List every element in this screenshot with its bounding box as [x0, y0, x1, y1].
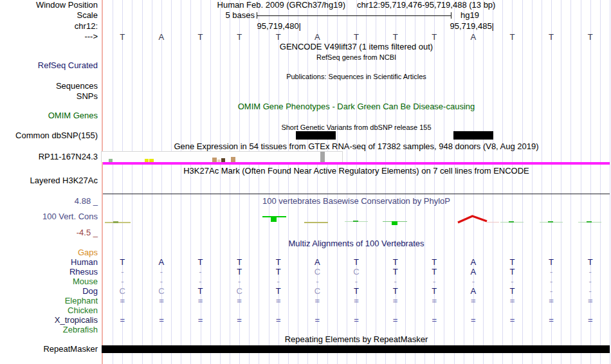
alignment-cell: T	[504, 257, 520, 267]
alignment-cell: A	[309, 257, 325, 267]
alignment-cell: T	[583, 257, 598, 267]
alignment-cell: -	[426, 277, 442, 286]
species-label-gaps[interactable]: Gaps	[0, 248, 98, 257]
alignment-cell: T	[114, 257, 130, 267]
alignment-cell: A	[466, 267, 481, 277]
assembly-short-label: hg19	[461, 11, 479, 20]
alignment-cell: T	[193, 257, 208, 267]
multiz-track-title[interactable]: Multiz Alignments of 100 Vertebrates	[103, 239, 610, 248]
dbsnp-track-title[interactable]: Short Genetic Variants from dbSNP releas…	[103, 123, 610, 132]
alignment-cell: C	[309, 286, 325, 296]
gtex-tissue-bar	[231, 157, 235, 162]
alignment-cell: T	[271, 267, 286, 277]
refseq-track-title[interactable]: RefSeq genes from NCBI	[103, 53, 610, 62]
alignment-cell: =	[193, 296, 208, 305]
alignment-cell: =	[426, 315, 442, 325]
conservation-box	[113, 221, 118, 223]
repeatmasker-track-title[interactable]: Repeating Elements by RepeatMasker	[103, 335, 610, 344]
base-letter: A	[154, 32, 169, 42]
alignment-cell: T	[271, 286, 286, 296]
conservation-box	[271, 217, 277, 222]
alignment-cell: -	[466, 277, 481, 286]
h3k27ac-track-title[interactable]: H3K27Ac Mark (Often Found Near Active Re…	[103, 167, 610, 176]
track-label-layered-h3k27ac[interactable]: Layered H3K27Ac	[0, 176, 98, 185]
alignment-cell: =	[349, 296, 364, 305]
conservation-line	[487, 222, 499, 223]
alignment-cell: =	[388, 296, 403, 305]
base-letter: T	[583, 32, 598, 42]
track-label-common-dbsnp-155[interactable]: Common dbSNP(155)	[0, 131, 98, 140]
track-label-sequences[interactable]: Sequences	[0, 81, 98, 91]
gtex-gene-model[interactable]	[103, 162, 610, 165]
alignment-cell: -	[114, 267, 130, 277]
base-letter: T	[271, 32, 286, 42]
gtex-tissue-bar	[212, 158, 217, 162]
species-label-dog[interactable]: Dog	[0, 286, 98, 296]
species-label-elephant[interactable]: Elephant	[0, 296, 98, 305]
alignment-cell: T	[426, 257, 442, 267]
alignment-cell: C	[114, 286, 130, 296]
repeatmasker-element[interactable]	[102, 345, 610, 353]
alignment-cell: =	[309, 296, 325, 305]
track-label-conservation-max: 4.88 _	[0, 196, 98, 206]
base-letter: A	[309, 32, 325, 42]
track-label-vert-cons[interactable]: 100 Vert. Cons	[0, 212, 98, 221]
species-label-mouse[interactable]: Mouse	[0, 277, 98, 286]
dbsnp-variant[interactable]	[296, 131, 336, 140]
alignment-cell: -	[543, 267, 559, 277]
gencode-track-title[interactable]: GENCODE V49lift37 (1 items filtered out)	[103, 42, 610, 51]
alignment-cell: T	[504, 267, 520, 277]
base-letter: T	[349, 32, 364, 42]
alignment-cell: =	[466, 296, 481, 305]
alignment-cell: -	[193, 277, 208, 286]
base-letter: T	[114, 32, 130, 42]
conservation-track-title[interactable]: 100 vertebrates Basewise Conservation by…	[103, 197, 610, 206]
track-label-chromosome: chr12:	[0, 21, 98, 31]
alignment-cell: =	[388, 315, 403, 325]
alignment-cell: -	[388, 277, 403, 286]
alignment-cell: -	[193, 267, 208, 277]
track-label-gtex-gene-rp11-167n24-3[interactable]: RP11-167N24.3	[0, 152, 98, 161]
dbsnp-variant[interactable]	[453, 131, 493, 140]
alignment-cell: =	[426, 296, 442, 305]
alignment-cell: T	[349, 257, 364, 267]
conservation-peak	[458, 215, 487, 224]
scale-bar	[257, 15, 451, 16]
track-label-omim-genes[interactable]: OMIM Genes	[0, 111, 98, 120]
alignment-cell: -	[154, 267, 169, 277]
alignment-cell: =	[504, 296, 520, 305]
genome-browser-view: Human Feb. 2009 (GRCh37/hg19) chr12:95,7…	[0, 0, 611, 364]
alignment-cell: T	[426, 267, 442, 277]
conservation-box	[353, 221, 358, 222]
alignment-cell: T	[232, 267, 247, 277]
alignment-cell: C	[309, 267, 325, 277]
alignment-cell: =	[271, 315, 286, 325]
species-label-rhesus[interactable]: Rhesus	[0, 267, 98, 277]
species-label-human[interactable]: Human	[0, 257, 98, 267]
alignment-cell: =	[583, 315, 598, 325]
species-label-zebrafish[interactable]: Zebrafish	[0, 325, 98, 334]
base-letter: T	[232, 32, 247, 42]
alignment-cell: A	[466, 257, 481, 267]
omim-track-title[interactable]: OMIM Gene Phenotypes - Dark Green Can Be…	[103, 102, 610, 111]
conservation-box	[587, 221, 592, 223]
track-label-strand-direction: --->	[0, 32, 98, 41]
h3k27ac-baseline[interactable]	[103, 194, 610, 194]
species-label-chicken[interactable]: Chicken	[0, 305, 98, 315]
track-label-refseq-curated[interactable]: RefSeq Curated	[0, 60, 98, 70]
base-letter: T	[426, 32, 442, 42]
alignment-cell: T	[388, 267, 403, 277]
alignment-cell: =	[154, 315, 169, 325]
ruler-coordinate-left: 95,719,480|	[237, 22, 301, 31]
track-label-snps[interactable]: SNPs	[0, 91, 98, 101]
conservation-line	[304, 222, 328, 223]
alignment-cell: -	[309, 277, 325, 286]
base-letter: T	[504, 32, 520, 42]
alignment-cell: =	[193, 315, 208, 325]
gtex-track-title[interactable]: Gene Expression in 54 tissues from GTEx …	[103, 142, 610, 151]
track-label-repeatmasker[interactable]: RepeatMasker	[0, 344, 98, 354]
species-label-x_tropicalis[interactable]: X_tropicalis	[0, 315, 98, 325]
alignment-cell: C	[154, 286, 169, 296]
publications-track-title[interactable]: Publications: Sequences in Scientific Ar…	[103, 72, 610, 81]
gtex-tissue-bar	[320, 152, 325, 162]
